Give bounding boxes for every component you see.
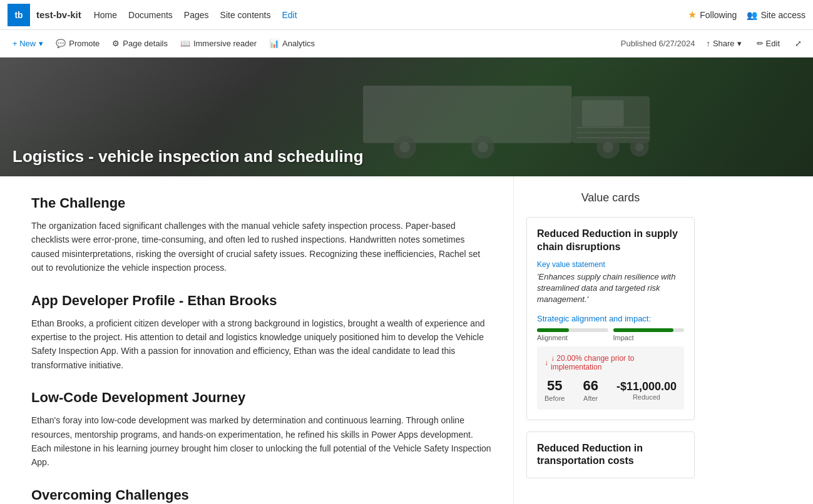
before-label: Before xyxy=(545,395,565,402)
journey-title: Low-Code Development Journey xyxy=(31,390,494,406)
change-text-1: ↓ 20.00% change prior to implementation xyxy=(551,354,677,371)
star-icon: ★ xyxy=(688,9,697,21)
page-details-button[interactable]: ⚙ Page details xyxy=(107,36,173,51)
page-details-icon: ⚙ xyxy=(112,39,120,48)
analytics-icon: 📊 xyxy=(269,39,279,48)
reduced-metric: -$11,000.00 Reduced xyxy=(616,380,677,401)
key-value-label-1: Key value statement xyxy=(537,260,684,269)
nav-edit[interactable]: Edit xyxy=(282,10,297,20)
key-value-text-1: 'Enhances supply chain resilience with s… xyxy=(537,271,684,306)
nav-home[interactable]: Home xyxy=(94,10,117,20)
arrow-down-icon: ↓ xyxy=(545,358,548,367)
top-bar: tb test-bv-kit Home Documents Pages Site… xyxy=(0,0,813,30)
immersive-reader-icon: 📖 xyxy=(180,39,190,48)
impact-bar-container: Impact xyxy=(613,328,685,341)
page-title: Logistics - vehicle inspection and sched… xyxy=(0,137,376,176)
share-chevron-icon: ▾ xyxy=(737,39,742,48)
alignment-bar-track xyxy=(537,328,608,332)
following-label: Following xyxy=(700,10,737,20)
new-button[interactable]: + New ▾ xyxy=(8,36,48,51)
chevron-down-icon: ▾ xyxy=(39,39,43,48)
promote-icon: 💬 xyxy=(56,39,66,48)
edit-button[interactable]: ✏ Edit xyxy=(753,36,784,51)
alignment-bars-1: Alignment Impact xyxy=(537,328,684,341)
edit-label: Edit xyxy=(766,39,780,48)
expand-icon: ⤢ xyxy=(795,39,802,48)
svg-rect-2 xyxy=(582,100,624,126)
hero-truck-image xyxy=(332,70,707,164)
analytics-button[interactable]: 📊 Analytics xyxy=(264,36,320,51)
site-access-button[interactable]: 👥 Site access xyxy=(747,10,805,20)
after-label: After xyxy=(583,395,598,402)
svg-point-4 xyxy=(399,142,410,153)
immersive-reader-button[interactable]: 📖 Immersive reader xyxy=(175,36,262,51)
analytics-label: Analytics xyxy=(282,39,315,48)
share-icon: ↑ xyxy=(706,39,710,48)
challenge-title: The Challenge xyxy=(31,195,494,211)
alignment-bar-fill xyxy=(537,328,569,332)
value-card-1: Reduced Reduction in supply chain disrup… xyxy=(526,217,695,420)
after-metric: 66 After xyxy=(583,378,598,401)
nav-documents[interactable]: Documents xyxy=(128,10,173,20)
promote-label: Promote xyxy=(69,39,100,48)
impact-bar-track xyxy=(613,328,685,332)
before-value: 55 xyxy=(545,378,565,394)
metrics-box-1: ↓ ↓ 20.00% change prior to implementatio… xyxy=(537,346,684,409)
value-card-2-title: Reduced Reduction in transportation cost… xyxy=(537,442,684,468)
challenge-body: The organization faced significant chall… xyxy=(31,219,494,275)
value-card-1-title: Reduced Reduction in supply chain disrup… xyxy=(537,228,684,254)
immersive-reader-label: Immersive reader xyxy=(193,39,257,48)
reduced-value: -$11,000.00 xyxy=(616,380,677,393)
site-logo: tb xyxy=(8,4,30,26)
svg-point-8 xyxy=(603,142,613,153)
svg-rect-0 xyxy=(363,86,571,143)
sidebar: Value cards Reduced Reduction in supply … xyxy=(513,176,707,504)
share-button[interactable]: ↑ Share ▾ xyxy=(702,36,745,51)
journey-body: Ethan's foray into low-code development … xyxy=(31,413,494,470)
after-value: 66 xyxy=(583,378,598,394)
page-details-label: Page details xyxy=(123,39,168,48)
svg-point-6 xyxy=(478,142,488,153)
svg-point-10 xyxy=(635,143,643,151)
following-button[interactable]: ★ Following xyxy=(688,9,737,21)
toolbar-right: Published 6/27/2024 ↑ Share ▾ ✏ Edit ⤢ xyxy=(621,36,805,51)
developer-body: Ethan Brooks, a proficient citizen devel… xyxy=(31,316,494,373)
alignment-bar-container: Alignment xyxy=(537,328,608,341)
main-content: The Challenge The organization faced sig… xyxy=(0,176,813,504)
change-indicator-1: ↓ ↓ 20.00% change prior to implementatio… xyxy=(545,354,677,371)
reduced-label: Reduced xyxy=(616,393,677,401)
value-cards-title: Value cards xyxy=(526,191,695,204)
before-metric: 55 Before xyxy=(545,378,565,401)
top-bar-right: ★ Following 👥 Site access xyxy=(688,9,805,21)
new-label: + New xyxy=(13,39,36,48)
people-icon: 👥 xyxy=(747,10,757,20)
challenges-title: Overcoming Challenges xyxy=(31,487,494,503)
site-name: test-bv-kit xyxy=(36,9,81,20)
developer-title: App Developer Profile - Ethan Brooks xyxy=(31,293,494,309)
share-label: Share xyxy=(713,39,735,48)
secondary-toolbar: + New ▾ 💬 Promote ⚙ Page details 📖 Immer… xyxy=(0,30,813,58)
hero-section: Logistics - vehicle inspection and sched… xyxy=(0,58,813,176)
edit-icon: ✏ xyxy=(757,39,764,48)
site-access-label: Site access xyxy=(760,10,805,20)
expand-button[interactable]: ⤢ xyxy=(791,36,805,51)
article: The Challenge The organization faced sig… xyxy=(0,176,513,504)
toolbar-left: + New ▾ 💬 Promote ⚙ Page details 📖 Immer… xyxy=(8,36,621,51)
metrics-row-1: 55 Before 66 After -$11,000.00 Reduced xyxy=(545,378,677,401)
top-nav: Home Documents Pages Site contents Edit xyxy=(94,10,688,20)
published-date: Published 6/27/2024 xyxy=(621,39,695,48)
impact-bar-fill xyxy=(613,328,673,332)
nav-pages[interactable]: Pages xyxy=(184,10,209,20)
nav-site-contents[interactable]: Site contents xyxy=(220,10,271,20)
strategic-label-1: Strategic alignment and impact: xyxy=(537,314,684,323)
promote-button[interactable]: 💬 Promote xyxy=(51,36,105,51)
alignment-bar-label: Alignment xyxy=(537,334,608,341)
impact-bar-label: Impact xyxy=(613,334,685,341)
value-card-2: Reduced Reduction in transportation cost… xyxy=(526,431,695,479)
